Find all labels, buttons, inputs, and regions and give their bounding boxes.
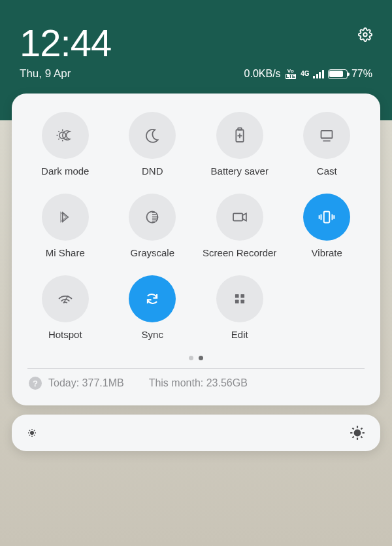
svg-rect-11 (240, 299, 244, 303)
battery-percent: 77% (351, 68, 372, 80)
battery-icon (328, 69, 348, 79)
pager-dot-active (199, 356, 203, 360)
clock-time: 12:44 (20, 21, 111, 65)
sync-icon (141, 288, 163, 310)
volte-icon: Vo LTE (285, 68, 297, 80)
tile-label: Dark mode (41, 165, 89, 177)
tile-label: Grayscale (130, 247, 174, 258)
brightness-high-icon (349, 424, 366, 441)
tile-vibrate[interactable]: Vibrate (288, 194, 367, 258)
tile-label: Vibrate (312, 247, 342, 258)
moon-icon (141, 124, 163, 146)
usage-month: This month: 23.56GB (149, 377, 248, 389)
tile-label: Battery saver (211, 165, 269, 177)
battery-plus-icon (229, 124, 251, 146)
tile-hotspot[interactable]: Hotspot (26, 275, 105, 340)
status-icons: 0.0KB/s Vo LTE 4G 77% (244, 68, 372, 80)
page-indicator[interactable] (26, 356, 366, 360)
brightness-slider[interactable] (12, 415, 380, 451)
tile-label: Hotspot (48, 329, 82, 340)
svg-point-0 (363, 33, 367, 37)
tile-mi-share[interactable]: Mi Share (26, 194, 105, 258)
svg-rect-10 (235, 299, 239, 303)
data-speed: 0.0KB/s (244, 68, 281, 80)
contrast-icon (141, 206, 163, 228)
tile-sync[interactable]: Sync (114, 275, 192, 340)
tile-dnd[interactable]: DND (114, 112, 192, 177)
pager-dot (189, 356, 193, 360)
info-icon: ? (29, 377, 42, 390)
grid-icon (229, 288, 251, 310)
hotspot-icon (54, 288, 76, 310)
tile-grayscale[interactable]: Grayscale (114, 194, 192, 258)
cast-icon (316, 124, 338, 146)
svg-rect-9 (240, 294, 244, 298)
dark-mode-icon (54, 124, 76, 146)
status-header: 12:44 Thu, 9 Apr 0.0KB/s Vo LTE 4G 77% (0, 0, 392, 80)
network-type-icon: 4G (301, 71, 309, 77)
svg-point-12 (31, 432, 34, 435)
tile-label: DND (142, 165, 163, 177)
quick-settings-panel: Dark mode DND Battery saver (12, 94, 380, 405)
tile-battery-saver[interactable]: Battery saver (201, 112, 279, 177)
vibrate-icon (316, 206, 338, 228)
signal-icon (313, 69, 324, 78)
svg-rect-7 (324, 212, 330, 223)
tile-label: Screen Recorder (203, 247, 276, 258)
svg-rect-8 (235, 294, 239, 298)
data-usage-row[interactable]: ? Today: 377.1MB This month: 23.56GB (26, 375, 366, 395)
date-text: Thu, 9 Apr (20, 67, 71, 80)
tile-label: Mi Share (46, 247, 85, 258)
tile-cast[interactable]: Cast (288, 112, 367, 177)
tile-dark-mode[interactable]: Dark mode (26, 112, 105, 177)
tile-label: Cast (317, 165, 337, 177)
svg-rect-4 (321, 131, 333, 138)
svg-rect-3 (238, 128, 242, 130)
usage-today: Today: 377.1MB (48, 377, 124, 389)
svg-point-13 (355, 430, 361, 436)
gear-icon (358, 27, 372, 42)
tile-label: Edit (231, 329, 248, 340)
tiles-grid: Dark mode DND Battery saver (26, 112, 366, 340)
settings-button[interactable] (358, 27, 372, 42)
share-icon (54, 206, 76, 228)
camera-icon (229, 206, 251, 228)
svg-rect-6 (233, 213, 242, 220)
brightness-low-icon (26, 427, 38, 439)
divider (27, 368, 365, 369)
tile-label: Sync (142, 329, 163, 340)
tile-screen-recorder[interactable]: Screen Recorder (201, 194, 279, 258)
tile-edit[interactable]: Edit (201, 275, 279, 340)
